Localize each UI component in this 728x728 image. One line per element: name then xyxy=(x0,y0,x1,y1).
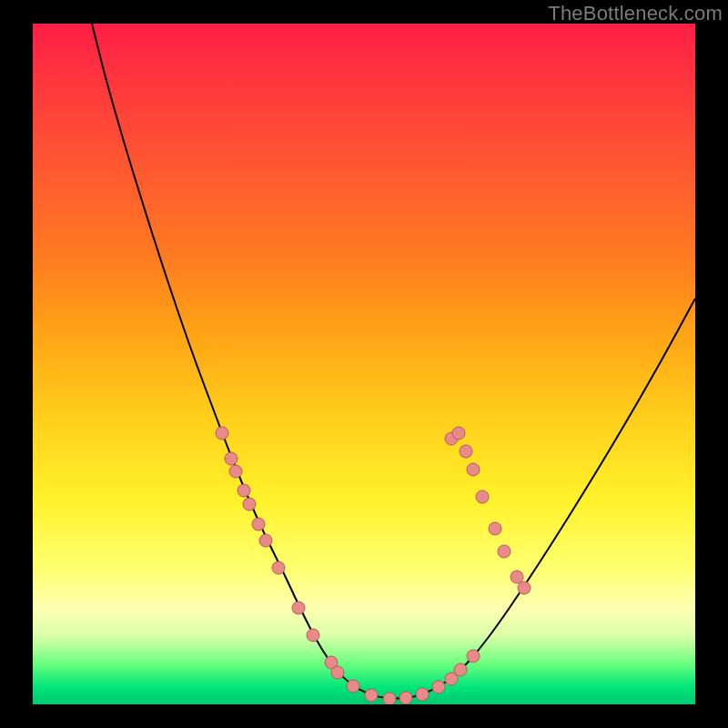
data-marker xyxy=(238,484,250,497)
markers-group xyxy=(216,427,531,704)
data-marker xyxy=(383,693,396,704)
data-marker xyxy=(259,534,272,547)
bottleneck-curve xyxy=(92,24,695,699)
chart-svg xyxy=(33,24,695,704)
data-marker xyxy=(467,650,480,662)
data-marker xyxy=(489,522,501,535)
data-marker xyxy=(518,581,531,594)
watermark-text: TheBottleneck.com xyxy=(548,2,723,25)
data-marker xyxy=(307,629,319,642)
data-marker xyxy=(452,427,465,440)
data-marker xyxy=(399,692,412,704)
data-marker xyxy=(454,663,467,676)
data-marker xyxy=(331,666,344,679)
data-marker xyxy=(252,518,265,531)
data-marker xyxy=(460,445,472,458)
data-marker xyxy=(347,680,359,693)
data-marker xyxy=(511,571,523,583)
plot-area xyxy=(33,24,695,704)
data-marker xyxy=(476,490,489,503)
data-marker xyxy=(229,465,242,478)
data-marker xyxy=(467,463,480,476)
data-marker xyxy=(272,561,285,574)
data-marker xyxy=(243,498,256,511)
data-marker xyxy=(498,545,511,558)
chart-frame: TheBottleneck.com xyxy=(0,0,728,728)
data-marker xyxy=(416,688,429,701)
data-marker xyxy=(292,602,305,614)
data-marker xyxy=(216,427,228,440)
data-marker xyxy=(365,689,378,702)
data-marker xyxy=(432,681,445,693)
data-marker xyxy=(225,452,238,465)
